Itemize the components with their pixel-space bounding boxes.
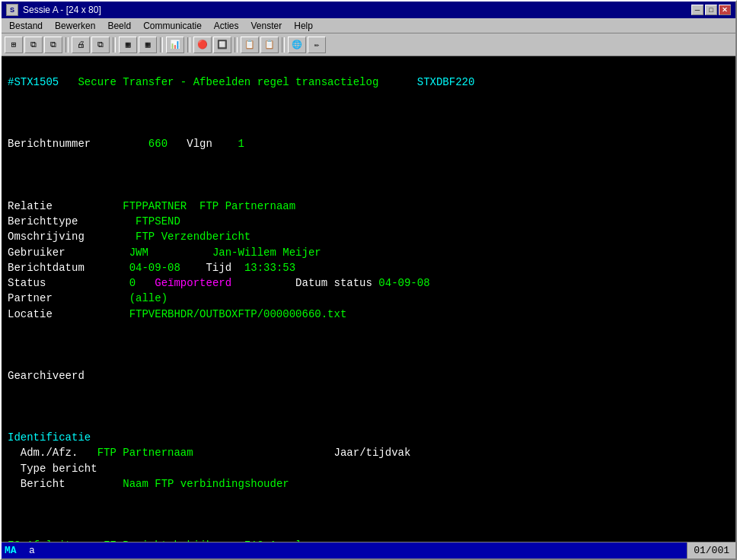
toolbar-btn-3[interactable]: ⧉ [44,37,62,53]
toolbar-sep-6 [282,37,285,52]
toolbar-btn-9[interactable]: 🔴 [193,37,212,53]
toolbar-btn-12[interactable]: 📋 [260,37,279,53]
val-berichtdatum: 04-09-08 [129,262,180,274]
title-buttons: ─ □ ✕ [691,5,731,15]
sp23 [8,478,21,490]
status-cmd-area[interactable]: a [24,542,687,558]
label-identificatie: Identificatie [8,431,91,444]
sp18 [53,308,129,320]
window-icon: S [6,4,18,16]
status-page-text: 01/001 [694,545,729,556]
val-adm-afz: FTP Partnernaam [97,447,193,459]
maximize-button[interactable]: □ [705,5,717,15]
val-relatie-code: FTPPARTNER [123,200,187,212]
terminal-area: #STX1505 Secure Transfer - Afbeelden reg… [2,56,735,542]
sp1 [91,138,148,150]
blank3 [8,339,14,351]
window-title: Sessie A - [24 x 80] [23,5,101,15]
sp13 [46,277,129,289]
toolbar-btn-10[interactable]: 🔲 [213,37,231,53]
main-window: S Sessie A - [24 x 80] ─ □ ✕ Bestand Bew… [0,0,737,560]
val-omschrijving: FTP Verzendbericht [136,231,250,243]
menu-beeld[interactable]: Beeld [101,19,137,33]
terminal-content: #STX1505 Secure Transfer - Afbeelden reg… [8,59,729,542]
label-status: Status [8,277,46,289]
menu-bewerken[interactable]: Bewerken [49,19,101,33]
status-page: 01/001 [687,542,735,558]
sp5 [187,200,199,212]
sp22 [8,463,21,475]
toolbar-sep-3 [160,37,163,52]
val-partner: (alle) [129,292,168,304]
header-spacer [59,76,78,88]
label-tijd: Tijd [206,262,231,274]
toolbar-sep-5 [234,37,238,52]
status-input-label: MA [5,545,17,556]
label-partner: Partner [8,292,53,304]
toolbar-btn-14[interactable]: ✏ [308,37,326,53]
toolbar-btn-1[interactable]: ⊞ [5,37,23,53]
blank5 [8,509,14,521]
label-datum-status: Datum status [295,277,372,289]
menu-communicatie[interactable]: Communicatie [137,19,208,33]
toolbar-btn-4[interactable]: 🖨 [72,37,90,53]
sp8 [65,247,129,259]
sp4 [53,200,123,212]
val-relatie-name: FTP Partnernaam [199,200,295,212]
minimize-button[interactable]: ─ [691,5,704,15]
label-berichtnummer: Berichtnummer [8,138,91,150]
blank2 [8,169,14,181]
status-cmd-text: a [29,545,35,556]
toolbar-btn-5[interactable]: ⧉ [91,37,110,53]
val-status-name: Geïmporteerd [155,277,231,289]
shortcuts: F3=Afsluiten F7=Bericht bekijken F12=Ann… [8,539,327,542]
blank4 [8,401,14,413]
blank-line [8,107,14,119]
header-spacer2 [378,76,416,88]
label-vlgn: Vlgn [187,138,212,150]
label-relatie: Relatie [8,200,53,212]
menu-venster[interactable]: Venster [245,19,289,33]
toolbar-btn-2[interactable]: ⧉ [24,37,43,53]
menu-help[interactable]: Help [288,19,319,33]
label-adm-afz: Adm./Afz. [21,447,78,459]
close-button[interactable]: ✕ [719,5,731,15]
header-code2: STXDBF220 [417,76,475,88]
toolbar-btn-8[interactable]: 📊 [166,37,184,53]
sp10 [85,262,129,274]
toolbar-sep-1 [65,37,69,52]
val-datum-status: 04-09-08 [378,277,429,289]
sp14 [136,277,155,289]
status-bar: MA a 01/001 [2,542,735,558]
title-bar-left: S Sessie A - [24 x 80] [6,4,101,16]
header-code: #STX1505 [8,76,59,88]
label-berichtdatum: Berichtdatum [8,262,85,274]
sp20 [78,447,97,459]
label-gebruiker: Gebruiker [8,247,65,259]
sp21 [193,447,334,459]
toolbar-btn-13[interactable]: 🌐 [288,37,306,53]
status-input-area: MA [2,542,24,558]
label-type-bericht: Type bericht [21,463,97,475]
sp6 [78,215,136,228]
toolbar-btn-7[interactable]: ▦ [139,37,157,53]
val-gebruiker-name: Jan-Willem Meijer [212,247,321,259]
label-bericht: Bericht [21,478,65,490]
sp15 [231,277,295,289]
toolbar-btn-11[interactable]: 📋 [241,37,259,53]
menu-bar: Bestand Bewerken Beeld Communicatie Acti… [2,18,735,33]
label-locatie: Locatie [8,308,53,320]
toolbar-btn-6[interactable]: ▦ [119,37,137,53]
menu-bestand[interactable]: Bestand [3,19,49,33]
sp19 [8,447,21,459]
sp9 [148,247,212,259]
sp11 [180,262,206,274]
label-jaar-tijdvak: Jaar/tijdvak [334,447,411,459]
val-berichttype: FTPSEND [136,215,180,228]
val-tijd: 13:33:53 [244,262,295,274]
label-omschrijving: Omschrijving [8,231,85,243]
menu-acties[interactable]: Acties [208,19,245,33]
sp12 [231,262,244,274]
val-berichtnummer: 660 [148,138,168,150]
toolbar-sep-2 [113,37,116,52]
